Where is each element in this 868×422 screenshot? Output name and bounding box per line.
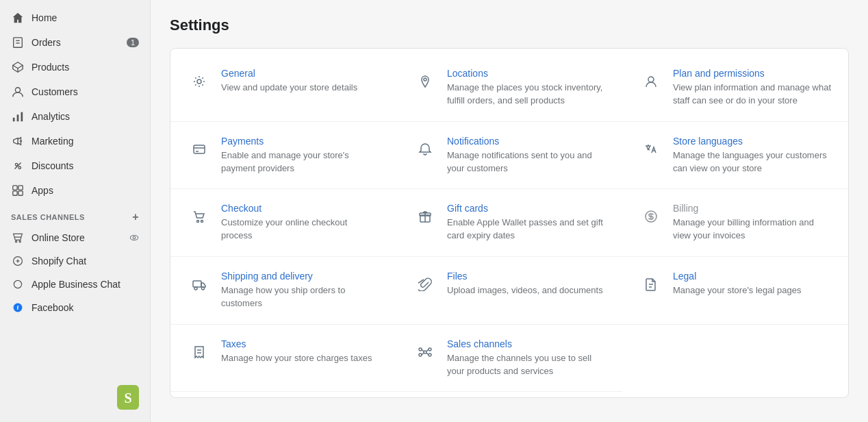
sidebar-item-facebook[interactable]: f Facebook [0,296,150,319]
svg-point-25 [133,236,136,239]
sales-channel-label: Online Store [31,232,85,243]
svg-line-62 [426,353,429,355]
settings-item-legal[interactable]: Legal Manage your store's legal pages [622,257,848,325]
sidebar-item-shopify-chat[interactable]: Shopify Chat [0,249,150,273]
settings-grid-container: General View and update your store detai… [170,48,849,398]
settings-grid: General View and update your store detai… [170,54,848,392]
settings-item-content: Payments Enable and manage your store's … [221,136,380,175]
online-store-icon [11,231,25,245]
sidebar-item-analytics[interactable]: Analytics [0,104,150,129]
sidebar-label: Orders [31,37,61,48]
settings-item-sales-channels[interactable]: Sales channels Manage the channels you u… [396,325,622,393]
svg-text:S: S [124,390,131,406]
svg-point-12 [15,163,18,166]
sidebar-item-apple-business-chat[interactable]: Apple Business Chat [0,273,150,296]
svg-point-54 [424,351,426,353]
settings-item-content: Notifications Manage notifications sent … [447,136,606,175]
settings-item-content: General View and update your store detai… [221,68,380,95]
settings-item-title: Store languages [673,136,832,147]
eye-icon[interactable] [129,233,139,243]
gear-icon [187,69,212,94]
settings-item-general[interactable]: General View and update your store detai… [170,54,396,122]
settings-item-files[interactable]: Files Upload images, videos, and documen… [396,257,622,325]
svg-rect-0 [14,38,23,47]
settings-item-gift-cards[interactable]: Gift cards Enable Apple Wallet passes an… [396,189,622,257]
card-icon [187,137,212,162]
sidebar-sales-section: SALES CHANNELS + Online Store Shopify Ch… [0,203,150,319]
svg-point-13 [18,166,21,169]
sidebar-item-apps[interactable]: Apps [0,178,150,203]
settings-item-title: Sales channels [447,338,606,349]
translate-icon [639,137,663,162]
settings-item-title: Gift cards [447,203,606,214]
settings-item-title: Taxes [221,338,380,349]
svg-point-7 [15,88,20,92]
svg-point-57 [419,353,422,356]
settings-item-payments[interactable]: Payments Enable and manage your store's … [170,122,396,190]
sidebar-item-marketing[interactable]: Marketing [0,129,150,153]
discounts-icon [11,159,25,173]
svg-line-22 [21,237,21,240]
settings-item-store-languages[interactable]: Store languages Manage the languages you… [622,122,848,190]
settings-item-notifications[interactable]: Notifications Manage notifications sent … [396,122,622,190]
svg-line-59 [422,349,424,351]
svg-line-6 [13,65,18,69]
svg-rect-10 [21,112,23,122]
sidebar-item-customers[interactable]: Customers [0,79,150,104]
bell-icon [413,137,437,162]
svg-point-24 [130,236,138,240]
settings-item-content: Plan and permissions View plan informati… [673,68,832,108]
settings-item-content: Locations Manage the places you stock in… [447,68,606,108]
settings-item-content: Store languages Manage the languages you… [673,136,832,175]
home-icon [11,11,25,25]
shopify-logo: S [0,378,150,417]
sidebar: Home Orders 1 Products Customers Analyti… [0,0,151,422]
svg-point-20 [19,240,21,242]
settings-item-checkout[interactable]: Checkout Customize your online checkout … [170,189,396,257]
settings-item-shipping[interactable]: Shipping and delivery Manage how you shi… [170,257,396,325]
add-sales-channel-button[interactable]: + [132,211,139,223]
svg-point-56 [429,348,431,351]
sidebar-label: Marketing [31,136,73,147]
svg-rect-9 [17,114,19,121]
sidebar-item-orders[interactable]: Orders 1 [0,30,150,55]
sidebar-item-home[interactable]: Home [0,5,150,30]
main-content: Settings General View and update your st… [151,0,868,422]
sidebar-label: Analytics [31,111,70,122]
customers-icon [11,85,25,99]
svg-line-21 [14,237,15,240]
shopify-chat-icon [11,254,25,268]
settings-item-title: Locations [447,68,606,79]
sidebar-item-products[interactable]: Products [0,55,150,79]
dollar-icon [639,204,663,229]
settings-item-locations[interactable]: Locations Manage the places you stock in… [396,54,622,122]
settings-item-desc: Upload images, videos, and documents [447,284,606,297]
settings-item-title: Payments [221,136,380,147]
settings-item-billing[interactable]: Billing Manage your billing information … [622,189,848,257]
sales-channel-label: Facebook [31,302,73,313]
svg-rect-29 [14,280,21,288]
sales-channels-section-label: SALES CHANNELS + [0,203,150,226]
products-icon [11,60,25,74]
sidebar-label: Apps [31,185,53,196]
svg-point-36 [648,77,654,82]
facebook-icon: f [11,301,25,314]
settings-item-taxes[interactable]: Taxes Manage how your store charges taxe… [170,325,396,393]
svg-rect-37 [194,145,205,153]
sales-channel-label: Apple Business Chat [31,279,120,290]
svg-line-5 [18,65,23,69]
svg-rect-47 [193,281,201,287]
settings-item-content: Taxes Manage how your store charges taxe… [221,338,380,365]
settings-item-plan-permissions[interactable]: Plan and permissions View plan informati… [622,54,848,122]
svg-point-55 [419,348,422,351]
svg-point-35 [424,78,426,81]
settings-item-desc: Manage how you ship orders to customers [221,284,380,310]
settings-item-content: Gift cards Enable Apple Wallet passes an… [447,203,606,243]
cart-icon [187,204,212,229]
sidebar-item-discounts[interactable]: Discounts [0,153,150,178]
sidebar-item-online-store[interactable]: Online Store [0,226,150,249]
apple-business-chat-icon [11,277,25,291]
settings-item-desc: Manage how your store charges taxes [221,352,380,365]
svg-point-58 [429,353,431,356]
sidebar-label: Customers [31,86,78,97]
